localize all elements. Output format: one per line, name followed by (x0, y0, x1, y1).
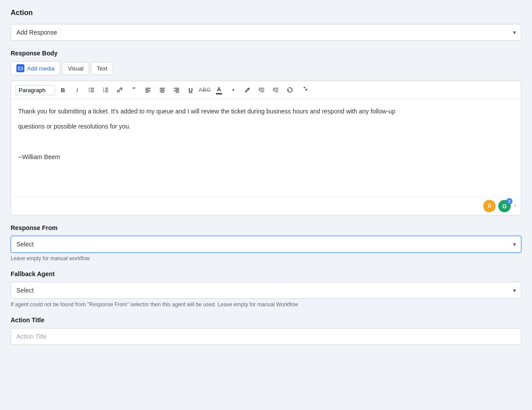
indent-button[interactable] (255, 84, 268, 96)
editor-content[interactable]: Thank you for submitting a ticket. It's … (11, 99, 521, 197)
response-from-hint: Leave empty for manual workflow (11, 255, 521, 262)
action-dropdown[interactable]: Add Response (11, 24, 521, 41)
text-tab[interactable]: Text (91, 62, 113, 75)
link-button[interactable] (113, 84, 126, 96)
svg-point-7 (89, 91, 90, 92)
response-from-section: Response From Select ▾ Leave empty for m… (11, 224, 521, 262)
font-color-dropdown-button[interactable]: ▾ (227, 84, 239, 96)
editor-text-signature: --William Beem (18, 152, 514, 162)
editor-container: Paragraph Heading 1 Heading 2 Heading 3 … (11, 81, 521, 215)
grammarly-badge: 2 (506, 198, 512, 204)
fallback-agent-section: Fallback Agent Select ▾ If agent could n… (11, 270, 521, 308)
svg-point-1 (19, 68, 20, 69)
action-section-title: Action (11, 9, 521, 17)
font-color-button[interactable]: A (213, 84, 225, 96)
unordered-list-button[interactable] (85, 84, 98, 96)
align-right-button[interactable] (170, 84, 183, 96)
svg-text:3: 3 (103, 90, 104, 93)
underline-button[interactable]: U (184, 84, 197, 96)
fallback-agent-dropdown-wrapper: Select ▾ (11, 282, 521, 299)
editor-tabs-bar: Add media Visual Text (11, 61, 521, 75)
pencil-button[interactable] (241, 84, 254, 96)
response-from-select[interactable]: Select (11, 236, 521, 253)
editor-text-line3 (18, 137, 514, 147)
fallback-agent-label: Fallback Agent (11, 270, 521, 277)
align-center-button[interactable] (156, 84, 168, 96)
resize-handle-icon: ⠿ (513, 204, 516, 209)
svg-point-5 (89, 88, 90, 89)
action-title-input[interactable] (11, 328, 521, 345)
add-media-button[interactable]: Add media (11, 61, 60, 75)
add-media-label: Add media (27, 65, 55, 72)
grammarly-g-icon-wrapper: G 2 (498, 200, 511, 212)
align-left-button[interactable] (142, 84, 154, 96)
editor-text-line2: questions or possible resolutions for yo… (18, 121, 514, 131)
undo-button[interactable] (284, 84, 296, 96)
action-title-label: Action Title (11, 316, 521, 324)
grammarly-hat-icon[interactable]: H̊ (483, 200, 496, 212)
italic-button[interactable]: I (71, 84, 83, 96)
ordered-list-button[interactable]: 1 2 3 (99, 84, 112, 96)
fallback-agent-select[interactable]: Select (11, 282, 521, 299)
svg-point-6 (89, 90, 90, 90)
editor-footer: H̊ G 2 ⠿ (11, 197, 521, 215)
visual-tab[interactable]: Visual (62, 62, 89, 75)
editor-toolbar: Paragraph Heading 1 Heading 2 Heading 3 … (11, 81, 521, 99)
strikethrough-button[interactable]: ABC (199, 84, 211, 96)
action-title-section: Action Title (11, 316, 521, 345)
add-media-icon (16, 64, 24, 72)
response-body-label: Response Body (11, 50, 521, 57)
blockquote-button[interactable]: " (128, 84, 140, 96)
response-from-dropdown-wrapper: Select ▾ (11, 236, 521, 253)
redo-button[interactable] (298, 84, 310, 96)
paragraph-select[interactable]: Paragraph Heading 1 Heading 2 Heading 3 (16, 85, 55, 95)
outdent-button[interactable] (270, 84, 282, 96)
bold-button[interactable]: B (57, 84, 69, 96)
svg-text:H̊: H̊ (488, 203, 491, 209)
action-dropdown-wrapper: Add Response ▾ (11, 24, 521, 41)
fallback-agent-hint: If agent could not be found from "Respon… (11, 301, 521, 308)
editor-text-line1: Thank you for submitting a ticket. It's … (18, 106, 514, 116)
paragraph-select-wrapper: Paragraph Heading 1 Heading 2 Heading 3 (16, 85, 55, 95)
response-from-label: Response From (11, 224, 521, 231)
